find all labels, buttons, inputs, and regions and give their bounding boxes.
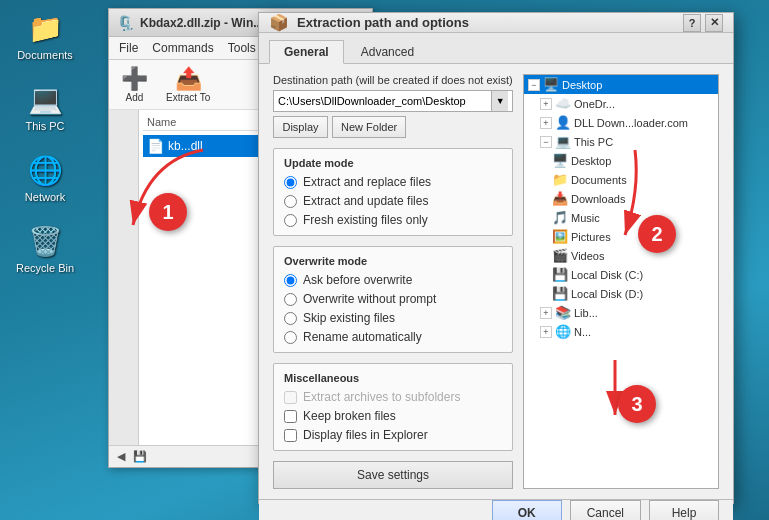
desktop-icon-network[interactable]: 🌐 Network <box>10 152 80 203</box>
update-extract-replace[interactable]: Extract and replace files <box>284 175 502 189</box>
desktop-icon-thispc-label: This PC <box>25 120 64 132</box>
help-button[interactable]: Help <box>649 500 719 520</box>
dialog-title-area: 📦 Extraction path and options <box>269 13 469 32</box>
overwrite-without-prompt-label: Overwrite without prompt <box>303 292 436 306</box>
misc-extract-subfolders-label: Extract archives to subfolders <box>303 390 460 404</box>
tree-item-lib-label: Lib... <box>574 307 598 319</box>
tab-general[interactable]: General <box>269 40 344 64</box>
tree-item-lib[interactable]: + 📚 Lib... <box>524 303 718 322</box>
dialog-titlebar: 📦 Extraction path and options ? ✕ <box>259 13 733 33</box>
desktop-icon-documents[interactable]: 📁 Documents <box>10 10 80 61</box>
menu-commands[interactable]: Commands <box>146 39 219 57</box>
overwrite-rename-radio[interactable] <box>284 331 297 344</box>
tree-item-onedrive[interactable]: + ☁️ OneDr... <box>524 94 718 113</box>
misc-keep-broken[interactable]: Keep broken files <box>284 409 502 423</box>
misc-display-explorer[interactable]: Display files in Explorer <box>284 428 502 442</box>
desktop-icon-thispc[interactable]: 💻 This PC <box>10 81 80 132</box>
tree-item-desktop-root[interactable]: − 🖥️ Desktop <box>524 75 718 94</box>
tree-item-onedrive-label: OneDr... <box>574 98 615 110</box>
update-extract-update-radio[interactable] <box>284 195 297 208</box>
destination-row: ▼ <box>273 90 513 112</box>
tree-item-localc[interactable]: 💾 Local Disk (C:) <box>524 265 718 284</box>
tree-expand-n[interactable]: + <box>540 326 552 338</box>
overwrite-ask[interactable]: Ask before overwrite <box>284 273 502 287</box>
dialog-footer: OK Cancel Help <box>259 499 733 520</box>
add-icon: ➕ <box>121 66 148 92</box>
save-settings-button[interactable]: Save settings <box>273 461 513 489</box>
update-extract-update[interactable]: Extract and update files <box>284 194 502 208</box>
destination-dropdown-button[interactable]: ▼ <box>491 91 508 111</box>
tree-item-downloads-label: Downloads <box>571 193 625 205</box>
misc-extract-subfolders: Extract archives to subfolders <box>284 390 502 404</box>
tree-item-dlldownloader[interactable]: + 👤 DLL Down...loader.com <box>524 113 718 132</box>
thispc-icon: 💻 <box>27 81 63 117</box>
tree-expand-lib[interactable]: + <box>540 307 552 319</box>
update-extract-update-label: Extract and update files <box>303 194 428 208</box>
ok-button[interactable]: OK <box>492 500 562 520</box>
tree-folder-localc-icon: 💾 <box>552 267 568 282</box>
tree-expand-onedrive[interactable]: + <box>540 98 552 110</box>
menu-file[interactable]: File <box>113 39 144 57</box>
tab-advanced[interactable]: Advanced <box>346 40 429 64</box>
recycle-bin-icon: 🗑️ <box>27 223 63 259</box>
tree-item-music[interactable]: 🎵 Music <box>524 208 718 227</box>
file-tree[interactable]: − 🖥️ Desktop + ☁️ OneDr... + 👤 DLL Down.… <box>523 74 719 489</box>
overwrite-without-prompt[interactable]: Overwrite without prompt <box>284 292 502 306</box>
overwrite-mode-section: Overwrite mode Ask before overwrite Over… <box>273 246 513 353</box>
winrar-icon: 🗜️ <box>117 15 134 31</box>
update-extract-replace-radio[interactable] <box>284 176 297 189</box>
tree-item-documents[interactable]: 📁 Documents <box>524 170 718 189</box>
desktop-icon-recycle[interactable]: 🗑️ Recycle Bin <box>10 223 80 274</box>
overwrite-mode-title: Overwrite mode <box>284 255 502 267</box>
tree-item-videos[interactable]: 🎬 Videos <box>524 246 718 265</box>
tree-item-localc-label: Local Disk (C:) <box>571 269 643 281</box>
network-icon: 🌐 <box>27 152 63 188</box>
destination-input-wrap[interactable]: ▼ <box>273 90 513 112</box>
menu-tools[interactable]: Tools <box>222 39 262 57</box>
add-label: Add <box>126 92 144 103</box>
tree-folder-locald-icon: 💾 <box>552 286 568 301</box>
help-title-button[interactable]: ? <box>683 14 701 32</box>
tree-expand-dll[interactable]: + <box>540 117 552 129</box>
tree-item-downloads[interactable]: 📥 Downloads <box>524 189 718 208</box>
documents-icon: 📁 <box>27 10 63 46</box>
overwrite-ask-radio[interactable] <box>284 274 297 287</box>
tree-folder-videos-icon: 🎬 <box>552 248 568 263</box>
overwrite-without-prompt-radio[interactable] <box>284 293 297 306</box>
extract-icon: 📤 <box>175 66 202 92</box>
add-button[interactable]: ➕ Add <box>115 64 154 105</box>
overwrite-skip[interactable]: Skip existing files <box>284 311 502 325</box>
close-title-button[interactable]: ✕ <box>705 14 723 32</box>
tree-item-locald[interactable]: 💾 Local Disk (D:) <box>524 284 718 303</box>
display-button[interactable]: Display <box>273 116 328 138</box>
misc-display-explorer-checkbox[interactable] <box>284 429 297 442</box>
destination-label: Destination path (will be created if doe… <box>273 74 513 86</box>
tree-item-desktop2[interactable]: 🖥️ Desktop <box>524 151 718 170</box>
misc-display-explorer-label: Display files in Explorer <box>303 428 428 442</box>
tree-expand-thispc[interactable]: − <box>540 136 552 148</box>
tree-item-thispc[interactable]: − 💻 This PC <box>524 132 718 151</box>
tree-item-pictures-label: Pictures <box>571 231 611 243</box>
tree-folder-thispc-icon: 💻 <box>555 134 571 149</box>
overwrite-rename[interactable]: Rename automatically <box>284 330 502 344</box>
tree-expand-desktop[interactable]: − <box>528 79 540 91</box>
overwrite-skip-radio[interactable] <box>284 312 297 325</box>
tree-item-music-label: Music <box>571 212 600 224</box>
dialog-window-controls: ? ✕ <box>683 14 723 32</box>
tree-item-n[interactable]: + 🌐 N... <box>524 322 718 341</box>
tree-item-pictures[interactable]: 🖼️ Pictures <box>524 227 718 246</box>
tree-folder-desktop2-icon: 🖥️ <box>552 153 568 168</box>
dialog-title-icon: 📦 <box>269 13 289 32</box>
misc-keep-broken-label: Keep broken files <box>303 409 396 423</box>
update-fresh-only[interactable]: Fresh existing files only <box>284 213 502 227</box>
update-fresh-only-radio[interactable] <box>284 214 297 227</box>
misc-keep-broken-checkbox[interactable] <box>284 410 297 423</box>
tree-item-locald-label: Local Disk (D:) <box>571 288 643 300</box>
extract-to-button[interactable]: 📤 Extract To <box>160 64 216 105</box>
new-folder-button[interactable]: New Folder <box>332 116 406 138</box>
destination-input[interactable] <box>278 95 491 107</box>
extraction-dialog: 📦 Extraction path and options ? ✕ Genera… <box>258 12 734 504</box>
cancel-button[interactable]: Cancel <box>570 500 641 520</box>
file-explorer-title: Kbdax2.dll.zip - Win... <box>140 16 263 30</box>
misc-extract-subfolders-checkbox <box>284 391 297 404</box>
